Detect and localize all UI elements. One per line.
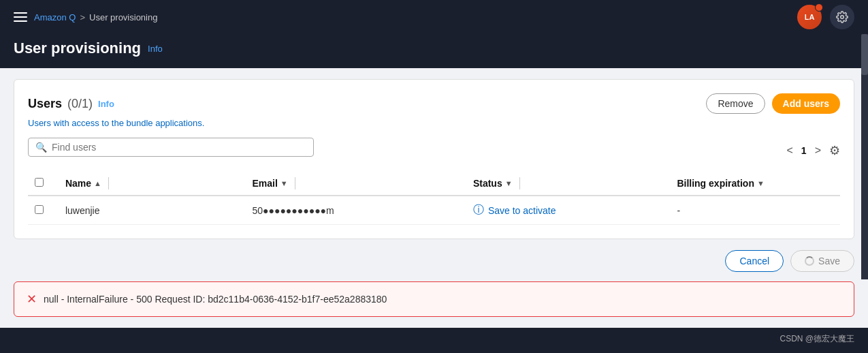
status-info-icon: ⓘ: [473, 203, 484, 217]
cancel-button[interactable]: Cancel: [725, 250, 784, 272]
save-spinner-icon: [805, 256, 814, 266]
status-header-label: Status: [473, 178, 502, 189]
top-bar-left: Amazon Q > User provisioning: [14, 12, 157, 22]
name-header-label: Name: [65, 178, 91, 189]
table-header-row: Name ▲ Email ▼ Sta: [28, 172, 840, 196]
col-name-header[interactable]: Name ▲: [59, 172, 246, 196]
page-title: User provisioning: [14, 40, 141, 57]
pagination-next[interactable]: >: [812, 143, 824, 158]
col-divider-3: [519, 177, 520, 189]
breadcrumb: Amazon Q > User provisioning: [34, 12, 157, 22]
row-email-cell: 50●●●●●●●●●●●m: [245, 196, 466, 225]
error-icon: ✕: [27, 292, 37, 307]
search-input[interactable]: [52, 142, 306, 153]
user-email: 50●●●●●●●●●●●m: [252, 205, 334, 216]
error-message: null - InternalFailure - 500 Request ID:…: [44, 294, 387, 305]
save-label: Save: [818, 256, 840, 266]
billing-header-label: Billing expiration: [677, 178, 754, 189]
users-table: Name ▲ Email ▼ Sta: [28, 172, 840, 225]
card-info-link[interactable]: Info: [98, 99, 114, 109]
card-count: (0/1): [67, 97, 93, 111]
card-title: Users (0/1) Info: [28, 97, 114, 111]
pagination-prev[interactable]: <: [784, 143, 796, 158]
notification-badge: [815, 3, 823, 12]
col-divider-2: [295, 177, 295, 189]
watermark: CSDN @德宏大魔王: [779, 333, 854, 345]
main-content: Users (0/1) Info Remove Add users Users …: [0, 68, 868, 328]
billing-value: -: [677, 205, 680, 216]
col-status-header[interactable]: Status ▼: [466, 172, 670, 196]
watermark-text: CSDN @德宏大魔王: [779, 334, 854, 343]
page-info-link[interactable]: Info: [148, 44, 163, 54]
row-billing-cell: -: [670, 196, 840, 225]
col-divider-1: [108, 177, 109, 189]
add-users-button[interactable]: Add users: [772, 93, 840, 114]
col-billing-header[interactable]: Billing expiration ▼: [670, 172, 840, 196]
pagination: < 1 >: [784, 143, 824, 158]
user-avatar[interactable]: LA: [797, 5, 822, 29]
card-header: Users (0/1) Info Remove Add users: [28, 93, 840, 114]
table-controls: < 1 > ⚙: [784, 143, 840, 158]
action-row: Cancel Save: [14, 250, 854, 272]
billing-sort-icon: ▼: [757, 179, 765, 187]
col-email-header[interactable]: Email ▼: [245, 172, 466, 196]
save-button[interactable]: Save: [790, 250, 854, 272]
users-card: Users (0/1) Info Remove Add users Users …: [14, 79, 854, 239]
email-header-label: Email: [252, 178, 277, 189]
card-actions: Remove Add users: [706, 93, 840, 114]
top-bar: Amazon Q > User provisioning LA: [0, 0, 868, 34]
table-row: luwenjie 50●●●●●●●●●●●m ⓘ Save to activa…: [28, 196, 840, 225]
hamburger-menu[interactable]: [14, 12, 27, 22]
page-title-area: User provisioning Info: [0, 34, 868, 68]
breadcrumb-separator: >: [80, 12, 85, 22]
table-settings-icon[interactable]: ⚙: [829, 143, 840, 158]
scrollbar-track[interactable]: [861, 34, 868, 279]
user-name: luwenjie: [65, 205, 100, 216]
svg-point-0: [841, 16, 844, 19]
pagination-current: 1: [799, 145, 809, 156]
remove-button[interactable]: Remove: [706, 93, 765, 114]
search-bar[interactable]: 🔍: [28, 138, 314, 157]
status-sort-icon: ▼: [505, 179, 513, 187]
card-title-text: Users: [28, 97, 62, 111]
card-subtitle: Users with access to the bundle applicat…: [28, 118, 840, 128]
breadcrumb-current-page: User provisioning: [89, 12, 157, 22]
email-sort-icon: ▼: [280, 179, 288, 187]
scrollbar-thumb[interactable]: [861, 34, 868, 75]
error-box: ✕ null - InternalFailure - 500 Request I…: [14, 281, 854, 317]
row-checkbox-cell[interactable]: [28, 196, 59, 225]
row-checkbox[interactable]: [35, 205, 44, 214]
breadcrumb-amazon-q[interactable]: Amazon Q: [34, 12, 76, 22]
row-name-cell: luwenjie: [59, 196, 246, 225]
settings-button[interactable]: [830, 5, 854, 29]
select-all-checkbox[interactable]: [35, 178, 44, 187]
save-to-activate[interactable]: ⓘ Save to activate: [473, 203, 663, 217]
row-status-cell[interactable]: ⓘ Save to activate: [466, 196, 670, 225]
col-select-all[interactable]: [28, 172, 59, 196]
search-icon: 🔍: [35, 142, 47, 153]
name-sort-icon: ▲: [94, 179, 101, 187]
avatar-initials: LA: [805, 13, 815, 21]
top-bar-right: LA: [797, 5, 854, 29]
save-to-activate-label[interactable]: Save to activate: [488, 205, 556, 216]
